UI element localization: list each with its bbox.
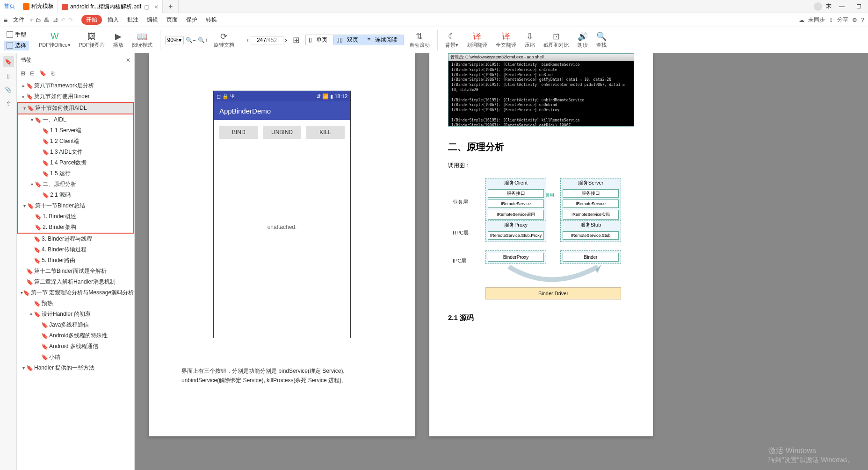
tool-read2[interactable]: 🔊朗读 bbox=[575, 30, 591, 50]
tree-item[interactable]: 🔖1. Binder概述 bbox=[18, 211, 133, 222]
tree-item[interactable]: 🔖5. Binder路由 bbox=[17, 255, 134, 266]
page-input[interactable]: 247/452 bbox=[251, 36, 283, 44]
status-battery-icon: ▮ bbox=[330, 93, 333, 100]
tree-item[interactable]: 🔖1.2 Client端 bbox=[18, 136, 133, 147]
tree-item[interactable]: 🔖第二章深入解析Handler消息机制 bbox=[17, 277, 134, 287]
bookmark-outline-icon[interactable]: ⎗ bbox=[51, 70, 54, 77]
menu-insert[interactable]: 插入 bbox=[105, 14, 122, 25]
zoom-level[interactable]: 90% ▾ bbox=[165, 36, 184, 44]
tree-item[interactable]: 🔖Android多线程的特殊性 bbox=[17, 330, 134, 341]
phone-btn-kill: KILL bbox=[306, 126, 345, 139]
tool-pdf-office[interactable]: WPDF转Office▾ bbox=[36, 30, 73, 50]
tree-item[interactable]: ▸🔖第八节framework层分析 bbox=[17, 80, 134, 91]
rail-share[interactable]: ⇪ bbox=[3, 98, 14, 109]
status-usb-icon: Ψ bbox=[230, 93, 234, 99]
rail-bookmark[interactable]: 🔖 bbox=[3, 56, 14, 67]
tree-item[interactable]: 🔖4. Binder传输过程 bbox=[17, 244, 134, 255]
tree-item[interactable]: ▾🔖第一节 宏观理论分析与Message源码分析 bbox=[17, 287, 134, 298]
main: 🔖 ▯ 📎 ⇪ 书签 ✕ ⊞ ⊟ 🔖 ⎗ ▸🔖第八节framework层分析 ▸… bbox=[0, 53, 868, 470]
mode-select[interactable]: 选择 bbox=[4, 41, 29, 50]
tree-item[interactable]: 🔖1.1 Server端 bbox=[18, 125, 133, 136]
tool-autoscroll[interactable]: ⇅自动滚动 bbox=[406, 30, 433, 50]
tree-item[interactable]: 🔖2.1 源码 bbox=[18, 190, 133, 200]
mode-hand[interactable]: 手型 bbox=[4, 30, 29, 40]
tree-item[interactable]: 🔖1.4 Parcel数据 bbox=[18, 157, 133, 168]
save-icon[interactable]: 🖫 bbox=[52, 17, 58, 23]
tool-read[interactable]: 📖阅读模式 bbox=[129, 30, 155, 50]
view-single[interactable]: ▯ 单页 bbox=[306, 35, 333, 45]
cloud-icon[interactable]: ☁ bbox=[799, 17, 804, 23]
tool-structure[interactable]: ⊞ bbox=[290, 34, 303, 46]
menu-page[interactable]: 页面 bbox=[164, 14, 181, 25]
tool-crop[interactable]: ⊡截图和对比 bbox=[541, 30, 572, 50]
tree-item[interactable]: ▾🔖设计Handler 的初衷 bbox=[17, 309, 134, 320]
view-double[interactable]: ▯▯ 双页 bbox=[333, 35, 364, 45]
gear-icon[interactable]: ⚙ bbox=[852, 17, 857, 23]
unsync-label[interactable]: 未同步 bbox=[808, 16, 825, 24]
tool-full-trans[interactable]: 译全文翻译 bbox=[493, 30, 519, 50]
architecture-diagram: 业务层 RPC层 IPC层 远程调用 服务Client 服务接口 IRemote… bbox=[453, 178, 640, 299]
share-label[interactable]: 分享 bbox=[837, 16, 848, 24]
tool-pdf-img[interactable]: 🖼PDF转图片 bbox=[76, 30, 108, 50]
tree-item[interactable]: 🔖2. Binder架构 bbox=[18, 222, 133, 233]
menu-protect[interactable]: 保护 bbox=[183, 14, 200, 25]
paragraph: 界面上有三个按钮，分别是功能分别是 bindService(绑定 Service… bbox=[181, 366, 383, 385]
menu-start[interactable]: 开始 bbox=[81, 15, 102, 25]
menu-annotate[interactable]: 批注 bbox=[124, 14, 141, 25]
avatar[interactable] bbox=[814, 2, 822, 11]
tab-template[interactable]: 稻壳模板 bbox=[19, 0, 58, 13]
open-icon[interactable]: 🗁 bbox=[36, 17, 41, 23]
menu-file[interactable]: 文件 bbox=[10, 14, 27, 25]
bookmark-panel: 书签 ✕ ⊞ ⊟ 🔖 ⎗ ▸🔖第八节framework层分析 ▸🔖第九节如何使用… bbox=[17, 53, 135, 470]
bookmark-solid-icon[interactable]: 🔖 bbox=[39, 70, 46, 77]
tree-item[interactable]: 🔖Android 多线程通信 bbox=[17, 341, 134, 352]
menu-edit[interactable]: 编辑 bbox=[144, 14, 161, 25]
tool-compress[interactable]: ⇩压缩 bbox=[522, 30, 538, 50]
print-icon[interactable]: 🖶 bbox=[44, 17, 50, 23]
panel-toolbar: ⊞ ⊟ 🔖 ⎗ bbox=[17, 67, 134, 79]
share-icon[interactable]: ⇪ bbox=[829, 17, 833, 23]
tree-item[interactable]: 🔖Java多线程通信 bbox=[17, 320, 134, 330]
hamburger-icon[interactable]: ≡ bbox=[4, 16, 7, 24]
tool-word-trans[interactable]: 译划词翻译 bbox=[464, 30, 490, 50]
page-next[interactable]: › bbox=[285, 37, 287, 43]
redo-icon[interactable]: ↷ bbox=[68, 17, 73, 23]
help-icon[interactable]: ? bbox=[861, 17, 864, 23]
panel-close-icon[interactable]: ✕ bbox=[126, 57, 130, 64]
page-prev[interactable]: ‹ bbox=[247, 37, 249, 43]
tree-item[interactable]: ▾🔖第十一节Binder总结 bbox=[18, 200, 133, 211]
tree-item[interactable]: 🔖第十二节Binder面试题全解析 bbox=[17, 266, 134, 277]
tree-item-selected[interactable]: ▾🔖第十节如何使用AIDL bbox=[18, 103, 133, 114]
tab-pin-icon[interactable]: ▢ bbox=[144, 4, 149, 10]
tree-item[interactable]: ▾🔖Handler 提供的一些方法 bbox=[17, 363, 134, 373]
tool-find[interactable]: 🔍查找 bbox=[593, 30, 609, 50]
tab-close-icon[interactable]: ✕ bbox=[154, 4, 159, 10]
tree-item[interactable]: 🔖预热 bbox=[17, 298, 134, 309]
document-viewer[interactable]: ◻ 🔒 Ψ ⇵ 📶 ▮ 18:12 AppBinderDemo BIND UNB… bbox=[135, 53, 868, 470]
tree-item[interactable]: 🔖1.3 AIDL文件 bbox=[18, 147, 133, 157]
collapse-all-icon[interactable]: ⊟ bbox=[30, 70, 35, 77]
tree-item[interactable]: 🔖1.5 运行 bbox=[18, 168, 133, 179]
rail-thumbnails[interactable]: ▯ bbox=[3, 70, 14, 81]
tab-new[interactable]: + bbox=[163, 0, 179, 13]
tool-play[interactable]: ▶播放 bbox=[110, 30, 126, 50]
expand-all-icon[interactable]: ⊞ bbox=[21, 70, 25, 77]
undo-icon[interactable]: ↶ bbox=[61, 17, 65, 23]
tool-bg[interactable]: ☾背景▾ bbox=[442, 30, 461, 50]
tree-item[interactable]: ▾🔖二、原理分析 bbox=[18, 179, 133, 190]
window-maximize[interactable]: ☐ bbox=[852, 2, 865, 11]
zoom-out-icon[interactable]: 🔍− bbox=[186, 37, 196, 43]
tree-item[interactable]: 🔖3. Binder进程与线程 bbox=[17, 234, 134, 244]
view-continuous[interactable]: ≡ 连续阅读 bbox=[364, 35, 403, 45]
tree-item[interactable]: ▸🔖第九节如何使用Binder bbox=[17, 91, 134, 102]
tool-rotate[interactable]: ⟳旋转文档 bbox=[211, 30, 237, 50]
window-minimize[interactable]: — bbox=[835, 2, 848, 11]
tree-item[interactable]: 🔖小结 bbox=[17, 352, 134, 363]
search-icon: 🔍 bbox=[596, 31, 607, 42]
zoom-in-icon[interactable]: 🔍+ bbox=[198, 37, 208, 43]
tab-pdf-file[interactable]: android fr...精编内核解析.pdf ▢ ✕ bbox=[58, 0, 163, 13]
rail-attachment[interactable]: 📎 bbox=[3, 84, 14, 95]
tab-home[interactable]: 首页 bbox=[0, 0, 19, 13]
tree-item[interactable]: ▾🔖一、AIDL bbox=[18, 114, 133, 125]
menu-convert[interactable]: 转换 bbox=[203, 14, 220, 25]
